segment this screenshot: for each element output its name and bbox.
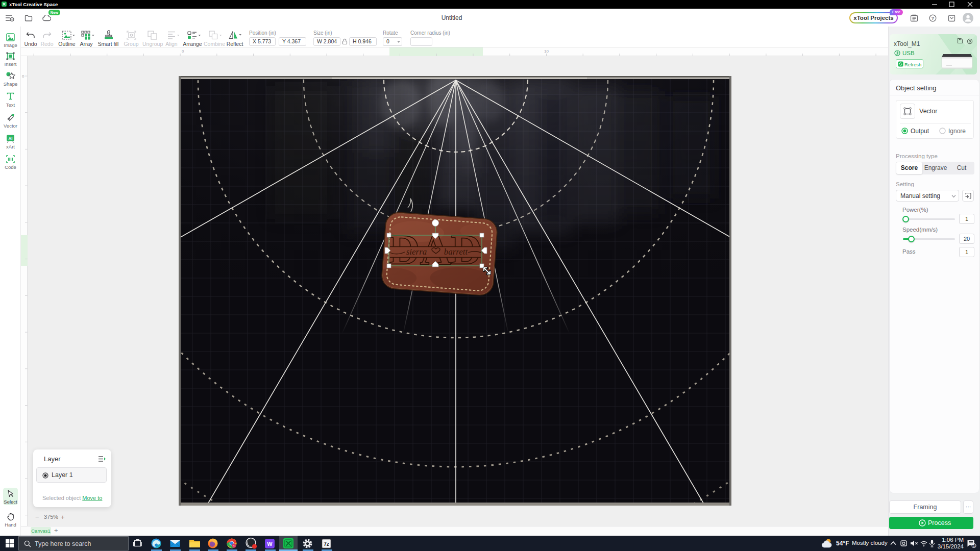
svg-text:0: 0	[22, 74, 24, 79]
svg-text:barrett: barrett	[444, 247, 469, 257]
svg-text:sierra: sierra	[406, 247, 427, 257]
svg-text:AI: AI	[9, 136, 13, 141]
svg-text:W: W	[267, 541, 273, 547]
svg-text:7z: 7z	[324, 541, 329, 547]
svg-text:1: 1	[973, 544, 975, 547]
svg-text:0: 0	[182, 49, 184, 54]
svg-text:c: c	[233, 544, 235, 547]
svg-text:10: 10	[544, 49, 549, 54]
